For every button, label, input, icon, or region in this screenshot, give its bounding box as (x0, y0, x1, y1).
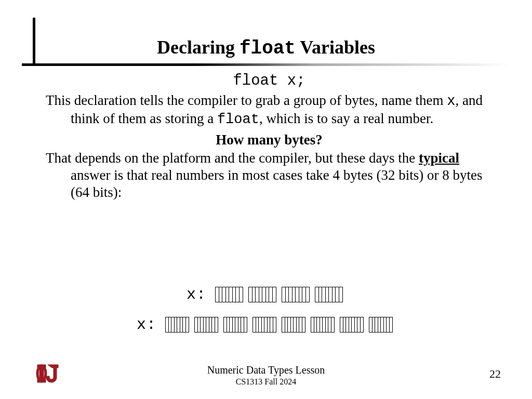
byte-box (248, 287, 276, 302)
p1-text-1: This declaration tells the compiler to g… (46, 92, 447, 108)
byte-box (215, 287, 243, 302)
byte-box (282, 287, 310, 302)
title-text-pre: Declaring (157, 37, 240, 58)
byte-box (340, 317, 364, 332)
footer-page-number: 22 (489, 367, 501, 381)
byte-box (315, 287, 343, 302)
byte-box (282, 317, 305, 332)
p2-text-1: That depends on the platform and the com… (46, 150, 419, 166)
byte-box (223, 317, 247, 332)
byte-row-4: x: (0, 286, 532, 303)
subheading: How many bytes? (46, 131, 493, 149)
p1-text-3: , which is to say a real number. (259, 111, 433, 126)
byte-box (252, 317, 276, 332)
p2-bold-1: typical (419, 150, 459, 166)
title-code: float (240, 38, 296, 59)
byte-row-4-label: x: (187, 286, 206, 303)
byte-box (311, 317, 335, 332)
p1-code-2: float (217, 112, 259, 127)
byte-box (194, 317, 218, 332)
byte-row-8: x: (0, 316, 532, 334)
byte-box (165, 317, 189, 332)
slide-footer: Numeric Data Types Lesson CS1313 Fall 20… (0, 364, 532, 387)
title-text-post: Variables (296, 37, 375, 58)
byte-box (369, 317, 393, 332)
footer-course: CS1313 Fall 2024 (0, 377, 532, 387)
title-divider (22, 63, 510, 66)
footer-lesson: Numeric Data Types Lesson (0, 364, 532, 376)
paragraph-2: That depends on the platform and the com… (46, 150, 493, 201)
byte-row-8-label: x: (137, 316, 156, 334)
code-declaration: float x; (46, 72, 493, 90)
p1-code-1: x (447, 94, 455, 109)
slide-content: float x; This declaration tells the comp… (46, 72, 493, 204)
byte-diagram-area: x: x: (0, 286, 532, 346)
slide-title: Declaring float Variables (0, 36, 532, 59)
p2-text-2: answer is that real numbers in most case… (71, 167, 483, 200)
paragraph-1: This declaration tells the compiler to g… (46, 92, 493, 128)
